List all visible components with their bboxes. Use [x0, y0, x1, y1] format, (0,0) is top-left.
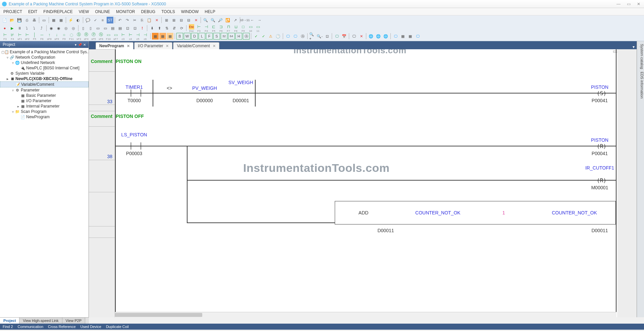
right-sidebar[interactable]: System catalog EDS information: [637, 41, 644, 317]
f6b-icon[interactable]: ⊐: [219, 24, 223, 29]
status-used-device[interactable]: Used Device: [80, 325, 101, 329]
run-icon[interactable]: ●: [1, 25, 8, 31]
menu-find[interactable]: FIND/REPLACE: [43, 9, 72, 14]
box-32[interactable]: 32: [221, 33, 227, 40]
tl8-icon[interactable]: ⊡: [131, 25, 138, 31]
tree-network-config[interactable]: ▿🔗Network Configuration: [0, 55, 89, 60]
check-icon[interactable]: ✓: [92, 17, 99, 23]
box-s[interactable]: S: [213, 33, 220, 40]
stepin-icon[interactable]: ⤵: [31, 25, 38, 31]
stepout-icon[interactable]: ⤴: [38, 25, 45, 31]
f7b-icon[interactable]: ⊓: [227, 24, 230, 29]
tl5-icon[interactable]: ▤: [109, 25, 116, 31]
close-icon[interactable]: ✕: [127, 44, 130, 48]
globe3-icon[interactable]: 🌐: [382, 33, 389, 40]
find-icon[interactable]: 🔍: [210, 17, 216, 23]
module2-icon[interactable]: ▦: [58, 17, 64, 23]
f11b-icon[interactable]: ▭: [256, 24, 260, 29]
f3b-icon[interactable]: ⊢: [197, 24, 201, 29]
close-icon[interactable]: ✕: [166, 44, 169, 48]
tree-newplc[interactable]: ▸🖥NewPLC(XGB-XBCXS)-Offline: [0, 76, 89, 81]
tree-basic-parameter[interactable]: ▦Basic Parameter: [0, 93, 89, 98]
project-tree[interactable]: ▢📋Example of a Packing Machine Control S…: [0, 48, 89, 317]
dl1-icon[interactable]: ⬇: [149, 25, 155, 31]
f5b-icon[interactable]: ⊏: [212, 24, 215, 29]
menu-monitor[interactable]: MONITOR: [116, 9, 135, 14]
tree-undefined-network[interactable]: ▿🌐Undefined Network: [0, 60, 89, 65]
system-catalog-tab[interactable]: System catalog: [637, 44, 644, 69]
close-icon[interactable]: ✕: [213, 44, 216, 48]
list-icon[interactable]: ≡: [99, 17, 106, 23]
net3-icon[interactable]: ⊟: [178, 17, 184, 23]
dl4-icon[interactable]: ⇵: [171, 25, 177, 31]
box-f[interactable]: F: [206, 33, 213, 40]
bp3-icon[interactable]: ◎: [63, 25, 69, 31]
mon1-icon[interactable]: 🖵: [284, 33, 291, 40]
f8b-icon[interactable]: ⊔: [234, 24, 237, 29]
tree-variable-comment[interactable]: 📝Variable/Comment: [0, 81, 89, 87]
bp2-icon[interactable]: ◉: [55, 25, 62, 31]
grid3-icon[interactable]: ▦: [167, 33, 173, 40]
box-a[interactable]: ⓐ: [243, 33, 250, 40]
f4b-icon[interactable]: ⊣: [205, 24, 208, 29]
check2-icon[interactable]: ✓: [253, 33, 259, 40]
delete-icon[interactable]: ✕: [153, 17, 160, 23]
dl5-icon[interactable]: ⟳: [178, 25, 185, 31]
eds-information-tab[interactable]: EDS information: [637, 72, 644, 98]
tab-p2p[interactable]: View P2P: [62, 318, 86, 324]
grid2-icon[interactable]: ▦: [159, 33, 166, 40]
menu-window[interactable]: WINDOW: [181, 9, 199, 14]
step-icon[interactable]: 10→11: [241, 17, 248, 23]
stop-icon[interactable]: ST: [107, 17, 113, 23]
horizontal-scrollbar[interactable]: [115, 312, 616, 317]
net2-icon[interactable]: ⊞: [170, 17, 177, 23]
minimize-button[interactable]: —: [615, 2, 622, 6]
tl4-icon[interactable]: ▭: [102, 25, 109, 31]
module-icon[interactable]: ▦: [50, 17, 57, 23]
tree-scan-program[interactable]: ▿📁Scan Program: [0, 109, 89, 114]
menu-help[interactable]: HELP: [205, 9, 215, 14]
new-icon[interactable]: 📄: [1, 17, 8, 23]
tab-highspeed-link[interactable]: View High-speed Link: [19, 318, 62, 324]
close2-icon[interactable]: ✕: [358, 33, 365, 40]
saveall-icon[interactable]: ⎙: [23, 17, 30, 23]
tl7-icon[interactable]: ⊡: [124, 25, 131, 31]
paste-icon[interactable]: 📋: [146, 17, 153, 23]
menu-online[interactable]: ONLINE: [95, 9, 110, 14]
menu-debug[interactable]: DEBUG: [141, 9, 156, 14]
open-icon[interactable]: 📂: [9, 17, 15, 23]
prev-icon[interactable]: ←: [249, 17, 256, 23]
close-button[interactable]: ✕: [635, 2, 642, 6]
tab-io-parameter[interactable]: I/O Parameter✕: [134, 42, 172, 49]
f10b-icon[interactable]: ▭: [249, 24, 253, 29]
chat-icon[interactable]: 💬: [85, 17, 91, 23]
bp4-icon[interactable]: ◎: [70, 25, 77, 31]
play-icon[interactable]: ▶: [9, 25, 15, 31]
tab-dropdown-icon[interactable]: ▾: [631, 45, 637, 49]
calendar-icon[interactable]: 📅: [341, 33, 347, 40]
mon5-icon[interactable]: 🖵: [414, 33, 421, 40]
status-find[interactable]: Find 2: [3, 325, 13, 329]
tab-variable-comment[interactable]: Variable/Comment✕: [173, 42, 219, 49]
connect-icon[interactable]: ⚡: [67, 17, 74, 23]
tab-newprogram[interactable]: NewProgram✕: [96, 42, 133, 49]
tl-stop-icon[interactable]: !: [139, 25, 146, 31]
ladder-editor[interactable]: InstrumentationTools.com Instrumentation…: [89, 49, 637, 317]
tl1-icon[interactable]: ▯: [80, 25, 87, 31]
copy-icon[interactable]: ⎘: [139, 17, 145, 23]
undo-icon[interactable]: ↶: [116, 17, 123, 23]
redo-icon[interactable]: ↷: [124, 17, 130, 23]
cut-icon[interactable]: ✂: [131, 17, 138, 23]
findnext-icon[interactable]: 🔎: [217, 17, 224, 23]
tab-project[interactable]: Project: [0, 318, 19, 324]
tree-root[interactable]: ▢📋Example of a Packing Machine Control S…: [0, 49, 89, 55]
next-icon[interactable]: →: [256, 17, 263, 23]
print-icon[interactable]: 🖶: [31, 17, 38, 23]
status-crossref[interactable]: Cross Reference: [48, 325, 76, 329]
scrollbar-thumb[interactable]: [115, 313, 202, 317]
clock-icon[interactable]: 🕐: [275, 33, 281, 40]
xtab2-icon[interactable]: ▦: [407, 33, 414, 40]
tree-io-parameter[interactable]: ▦I/O Parameter: [0, 98, 89, 104]
tree-newplc-cnet[interactable]: 🔌NewPLC [B0S0 Internal Cnet]: [0, 65, 89, 71]
globe2-icon[interactable]: 🌐: [375, 33, 382, 40]
